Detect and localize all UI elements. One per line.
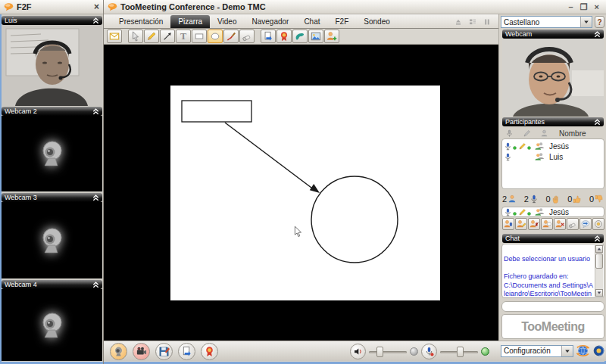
microphone-volume-slider[interactable] [440, 347, 478, 357]
person-remove-icon [555, 219, 564, 229]
webcam-header-label: Webcam 2 [5, 107, 37, 115]
tab-pizarra[interactable]: Pizarra [170, 15, 210, 28]
participants-list[interactable]: Jesús Luis [501, 138, 604, 189]
record-user-button[interactable] [592, 218, 604, 230]
give-pencil-button[interactable] [515, 218, 527, 230]
dropdown-button[interactable] [580, 17, 592, 27]
pointer-button[interactable] [292, 30, 308, 43]
slider-thumb[interactable] [376, 347, 383, 357]
share-globe-icon[interactable] [576, 344, 589, 357]
toomeeting-bubble-icon [4, 2, 14, 11]
send-tool-button[interactable] [107, 30, 122, 43]
whiteboard-area [104, 45, 498, 341]
collapse-chevron-icon[interactable] [594, 235, 601, 242]
give-mic-button[interactable] [502, 218, 514, 230]
webcam-video-4 [2, 289, 102, 361]
collapse-chevron-icon[interactable] [594, 119, 601, 126]
chevron-down-icon [583, 19, 589, 25]
f2f-close-button[interactable]: × [94, 2, 99, 11]
pencil-tool-button[interactable] [144, 30, 159, 43]
ellipse-tool-button[interactable] [208, 30, 223, 43]
close-button[interactable]: × [595, 2, 599, 12]
collapse-chevron-icon[interactable] [92, 17, 99, 24]
chat-input[interactable] [501, 301, 604, 312]
image-button[interactable] [308, 30, 323, 43]
record-button[interactable] [133, 343, 150, 360]
web-globe-icon[interactable] [592, 344, 605, 357]
add-user-button[interactable] [324, 30, 339, 43]
slider-thumb[interactable] [457, 347, 464, 357]
certify-button[interactable] [201, 343, 218, 360]
thumb-up-icon [573, 194, 582, 204]
save-button[interactable] [155, 343, 173, 360]
clear-board-button[interactable] [567, 218, 579, 230]
speaker-button[interactable] [350, 344, 366, 359]
webcam-header-luis[interactable]: Luis [2, 16, 102, 25]
language-select[interactable]: Castellano [501, 16, 592, 28]
chat-scrollbar[interactable] [595, 245, 603, 297]
chat-panel-header[interactable]: Chat [502, 234, 604, 243]
webcam-header-label: Webcam 3 [5, 194, 37, 201]
speaker-volume-slider[interactable] [369, 347, 407, 357]
tab-chat[interactable]: Chat [296, 15, 327, 28]
f2f-titlebar[interactable]: F2F × [0, 0, 103, 14]
tab-sondeo[interactable]: Sondeo [356, 15, 397, 28]
text-tool-button[interactable]: T [176, 30, 191, 43]
pause-icon[interactable] [483, 18, 491, 26]
chat-user-button[interactable] [541, 218, 553, 230]
eraser-icon [242, 31, 252, 42]
webcam-header-2[interactable]: Webcam 2 [2, 107, 102, 116]
minimize-button[interactable]: – [569, 2, 573, 12]
participants-counters: 2 2 0 0 0 [502, 193, 604, 205]
selected-participant-row[interactable]: Jesús [501, 207, 604, 217]
collapse-chevron-icon[interactable] [594, 31, 601, 38]
counter-participants: 2 [502, 194, 517, 204]
maximize-button[interactable]: ❐ [580, 2, 588, 12]
config-select[interactable]: Configuración [501, 345, 573, 357]
collapse-chevron-icon[interactable] [92, 194, 99, 201]
send-message-button[interactable] [579, 218, 592, 230]
participant-row-luis[interactable]: Luis [504, 151, 602, 162]
microphone-button[interactable] [421, 344, 437, 359]
collapse-chevron-icon[interactable] [92, 282, 99, 288]
main-titlebar[interactable]: TooMeeting Conference - Demo TMC – ❐ × [104, 0, 606, 14]
microphone-icon [504, 208, 512, 216]
microphone-column-icon [505, 129, 514, 138]
certify-button[interactable] [276, 30, 292, 43]
language-select-value: Castellano [504, 18, 539, 26]
kick-user-button[interactable] [554, 218, 566, 230]
tab-video[interactable]: Video [210, 15, 244, 28]
person-column-icon [540, 129, 548, 138]
webcam-header-3[interactable]: Webcam 3 [2, 193, 102, 202]
layout-list-icon[interactable] [469, 18, 476, 26]
tab-presentacion[interactable]: Presentación [111, 15, 170, 28]
mute-user-button[interactable] [528, 218, 540, 230]
whiteboard-canvas[interactable] [170, 86, 440, 300]
participants-panel-header[interactable]: Participantes [502, 117, 604, 126]
rectangle-tool-button[interactable] [192, 30, 207, 43]
webcam-toggle-button[interactable] [110, 343, 127, 360]
select-tool-button[interactable] [128, 30, 143, 43]
scroll-up-button[interactable] [595, 245, 603, 253]
participant-row-jesus[interactable]: Jesús [504, 141, 602, 151]
tab-navegador[interactable]: Navegador [244, 15, 296, 28]
eraser-tool-button[interactable] [239, 30, 255, 43]
tab-f2f[interactable]: F2F [328, 15, 357, 28]
export-document-button[interactable] [178, 343, 195, 360]
drawn-arrow-line [225, 123, 314, 190]
whiteboard-toolbar: T [104, 29, 498, 45]
page-export-icon [181, 346, 192, 357]
help-button[interactable]: ? [595, 16, 604, 28]
scroll-down-button[interactable] [595, 289, 603, 297]
webcam-panel-header[interactable]: Webcam [502, 30, 604, 39]
collapse-chevron-icon[interactable] [92, 108, 99, 115]
chat-message-area[interactable]: Debe seleccionar un usuario Fichero guar… [501, 244, 604, 298]
badge-icon [279, 31, 289, 42]
line-tool-button[interactable] [160, 30, 175, 43]
scroll-thumb[interactable] [595, 254, 603, 269]
brush-tool-button[interactable] [223, 30, 239, 43]
dropdown-button[interactable] [561, 346, 573, 356]
export-page-button[interactable] [261, 30, 276, 43]
webcam-header-4[interactable]: Webcam 4 [2, 280, 102, 289]
eject-icon[interactable] [454, 18, 462, 26]
